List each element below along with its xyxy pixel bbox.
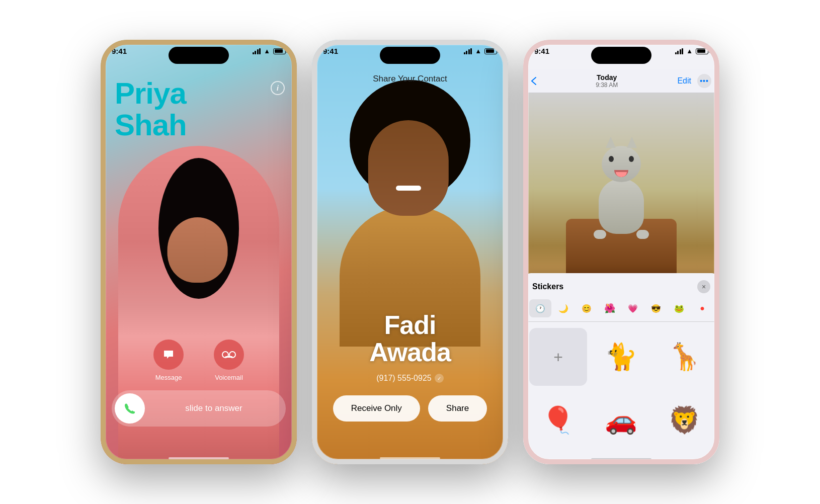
sticker-tab-moon[interactable]: 🌙 <box>552 299 575 317</box>
phone3-nav-center: Today 9:38 AM <box>536 73 677 89</box>
phone3-cat <box>599 179 644 234</box>
sticker-balloon[interactable]: 🎈 <box>529 391 587 449</box>
stickers-header: Stickers × <box>523 273 719 297</box>
stickers-tabs: 🕐 🌙 😊 🌺 💗 😎 🐸 ● <box>523 297 719 322</box>
phone2-time: 9:41 <box>323 47 338 55</box>
phone3-nav-subtitle: 9:38 AM <box>536 81 677 89</box>
phone3-wifi-icon: ▲ <box>686 47 693 55</box>
sticker-tab-smile[interactable]: 😊 <box>576 299 598 317</box>
phone3-screen: 9:41 ▲ Today 9 <box>523 40 719 464</box>
phone1-slide-to-answer[interactable]: slide to answer <box>112 390 286 427</box>
sticker-tab-cool[interactable]: 😎 <box>645 299 667 317</box>
sticker-tab-heart[interactable]: 💗 <box>622 299 644 317</box>
phone1-message-action[interactable]: Message <box>153 340 184 381</box>
stickers-close-button[interactable]: × <box>697 280 710 293</box>
sticker-cat[interactable]: 🐈 <box>592 328 650 386</box>
phone3-home-indicator <box>591 458 651 460</box>
phone-3-messages-stickers: 9:41 ▲ Today 9 <box>523 40 719 464</box>
phone2-name-line1: Fadi <box>312 311 508 339</box>
phone2-signal <box>464 48 472 54</box>
sticker-tab-more[interactable]: ● <box>691 299 713 317</box>
phone1-voicemail-icon <box>214 340 244 370</box>
phone3-navbar: Today 9:38 AM Edit ••• <box>523 69 719 93</box>
phone2-dynamic-island <box>380 47 440 64</box>
phone1-caller-name-line1: Priya <box>115 77 187 109</box>
phone1-caller-name-line2: Shah <box>115 109 187 141</box>
phone3-battery-icon <box>696 48 708 54</box>
phone2-receive-only-button[interactable]: Receive Only <box>333 395 420 422</box>
phone1-battery-fill <box>275 49 283 53</box>
stickers-close-icon: × <box>702 283 706 291</box>
phone1-signal <box>253 48 261 54</box>
phone1-action-buttons: Message Voicemail <box>101 340 297 381</box>
stickers-title: Stickers <box>532 282 563 291</box>
phone1-wifi-icon: ▲ <box>264 47 270 55</box>
phone2-battery-fill <box>486 49 494 53</box>
svg-rect-2 <box>225 356 232 358</box>
phone1-voicemail-label: Voicemail <box>215 374 243 381</box>
phone2-phone-number: (917) 555-0925 ✓ <box>312 374 508 383</box>
phone1-answer-button[interactable] <box>115 393 145 424</box>
sticker-lion[interactable]: 🦁 <box>655 391 713 449</box>
phone1-message-label: Message <box>155 374 182 381</box>
phone-1-incoming-call: 9:41 ▲ Priya Shah i <box>101 40 297 464</box>
phone1-info-button[interactable]: i <box>271 81 285 95</box>
phone3-nav-actions: Edit ••• <box>677 74 711 88</box>
phone2-share-button[interactable]: Share <box>428 395 487 422</box>
sticker-add-icon: + <box>553 349 563 365</box>
phone2-screen: 9:41 ▲ Share Your Contact Fadi <box>312 40 508 464</box>
phone3-edit-button[interactable]: Edit <box>677 76 691 86</box>
phone3-cat-image <box>523 93 719 284</box>
phone1-info-icon: i <box>277 84 279 92</box>
phone2-contact-name: Fadi Awada <box>312 311 508 366</box>
phone3-nav-title: Today <box>536 73 677 81</box>
phone1-time: 9:41 <box>112 47 127 55</box>
phone1-answer-text: slide to answer <box>145 403 283 413</box>
phone1-dynamic-island <box>169 47 229 64</box>
phone3-ellipsis-icon: ••• <box>700 77 709 85</box>
phone3-time: 9:41 <box>534 47 549 55</box>
sticker-tab-frog[interactable]: 🐸 <box>668 299 690 317</box>
phone2-status-icons: ▲ <box>464 47 497 55</box>
phone2-verified-icon: ✓ <box>435 374 444 383</box>
sticker-tab-flower[interactable]: 🌺 <box>599 299 621 317</box>
phone2-home-indicator <box>380 457 440 459</box>
phone1-message-icon <box>153 340 184 370</box>
sticker-add-button[interactable]: + <box>529 328 587 386</box>
phone1-home-indicator <box>169 457 229 459</box>
stickers-panel: Stickers × 🕐 🌙 😊 🌺 💗 😎 🐸 ● + <box>523 273 719 464</box>
sticker-tab-recent[interactable]: 🕐 <box>529 299 551 317</box>
phone1-caller-name: Priya Shah <box>115 77 187 141</box>
sticker-giraffe[interactable]: 🦒 <box>655 328 713 386</box>
phone2-share-title: Share Your Contact <box>312 74 508 84</box>
phone1-screen: 9:41 ▲ Priya Shah i <box>101 40 297 464</box>
phone3-dynamic-island <box>591 47 651 64</box>
phone1-battery-icon <box>273 48 286 54</box>
phone3-back-button[interactable] <box>531 77 536 85</box>
phone3-battery-fill <box>697 49 705 53</box>
phone-2-share-contact: 9:41 ▲ Share Your Contact Fadi <box>312 40 508 464</box>
phone3-signal <box>675 48 684 54</box>
phone1-voicemail-action[interactable]: Voicemail <box>214 340 244 381</box>
stickers-grid: + 🐈 🦒 🎈 🚗 🦁 <box>523 322 719 455</box>
phone2-wifi-icon: ▲ <box>475 47 481 55</box>
phone3-more-button[interactable]: ••• <box>697 74 711 88</box>
phone3-status-icons: ▲ <box>675 47 708 55</box>
phone2-action-buttons: Receive Only Share <box>312 395 508 422</box>
phone2-name-line2: Awada <box>312 339 508 366</box>
phone1-status-icons: ▲ <box>253 47 286 55</box>
sticker-car[interactable]: 🚗 <box>592 391 650 449</box>
phone2-battery-icon <box>484 48 497 54</box>
